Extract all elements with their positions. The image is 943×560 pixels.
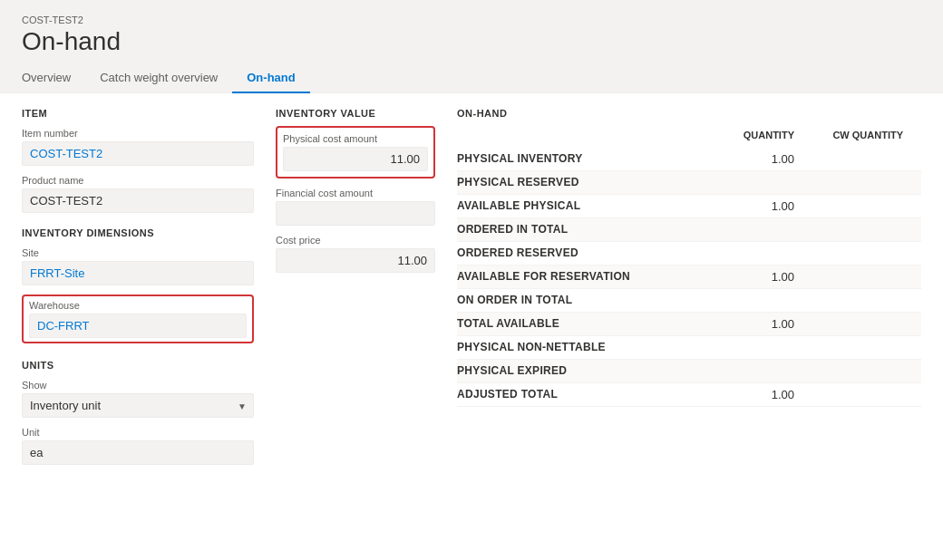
row-label: PHYSICAL EXPIRED (457, 364, 693, 378)
row-label: PHYSICAL NON-NETTABLE (457, 341, 693, 354)
row-quantity: 1.00 (693, 199, 802, 213)
table-row: PHYSICAL INVENTORY1.00 (457, 148, 921, 171)
cost-price-label: Cost price (276, 235, 435, 246)
show-label: Show (22, 380, 254, 391)
row-cw-quantity (802, 199, 910, 213)
row-quantity: 0.00 (693, 246, 802, 260)
row-label: ORDERED IN TOTAL (457, 223, 693, 237)
row-label: PHYSICAL RESERVED (457, 176, 693, 189)
inventory-value-label: INVENTORY VALUE (276, 108, 435, 119)
inventory-dimensions-label: INVENTORY DIMENSIONS (22, 227, 254, 238)
item-number-value[interactable]: COST-TEST2 (22, 141, 254, 166)
unit-value: ea (22, 440, 254, 465)
table-row: ORDERED RESERVED0.00 (457, 242, 921, 266)
row-cw-quantity (802, 341, 910, 354)
item-section-label: ITEM (22, 108, 254, 119)
site-value[interactable]: FRRT-Site (22, 261, 254, 285)
row-quantity: 0.00 (693, 223, 802, 237)
row-cw-quantity (802, 317, 910, 331)
col-header-label (457, 130, 693, 140)
table-row: AVAILABLE PHYSICAL1.00 (457, 195, 921, 218)
row-quantity: 0.00 (693, 364, 802, 378)
warehouse-container: Warehouse DC-FRRT (22, 294, 254, 343)
item-number-label: Item number (22, 128, 254, 139)
main-content: ITEM Item number COST-TEST2 Product name… (0, 93, 943, 560)
row-label: ADJUSTED TOTAL (457, 388, 693, 401)
row-quantity: 1.00 (693, 270, 802, 284)
row-cw-quantity (802, 152, 910, 166)
tab-overview[interactable]: Overview (22, 63, 85, 93)
financial-cost-value (276, 201, 435, 226)
row-label: AVAILABLE PHYSICAL (457, 199, 693, 213)
row-quantity: 1.00 (693, 317, 802, 331)
table-row: AVAILABLE FOR RESERVATION1.00 (457, 266, 921, 289)
row-quantity: 0.00 (693, 294, 802, 307)
cost-price-value: 11.00 (276, 248, 435, 273)
quantity-col-header: QUANTITY (693, 130, 802, 140)
page-title: On-hand (22, 27, 921, 56)
row-cw-quantity (802, 294, 910, 307)
physical-cost-highlighted: Physical cost amount 11.00 (276, 126, 435, 179)
table-row: PHYSICAL EXPIRED0.00 (457, 360, 921, 383)
row-cw-quantity (802, 176, 910, 189)
row-quantity: 0.00 (693, 176, 802, 189)
table-row: PHYSICAL NON-NETTABLE0.00 (457, 336, 921, 360)
tab-catch-weight[interactable]: Catch weight overview (85, 63, 232, 93)
row-quantity: 1.00 (693, 388, 802, 401)
middle-panel: INVENTORY VALUE Physical cost amount 11.… (276, 108, 457, 465)
table-row: ADJUSTED TOTAL1.00 (457, 383, 921, 407)
on-hand-section-label: ON-HAND (457, 108, 921, 119)
row-cw-quantity (802, 246, 910, 260)
breadcrumb: COST-TEST2 (22, 14, 921, 25)
on-hand-table: PHYSICAL INVENTORY1.00PHYSICAL RESERVED0… (457, 148, 921, 407)
cw-quantity-col-header: CW QUANTITY (802, 130, 910, 140)
show-select[interactable]: Inventory unit Catch weight unit (22, 393, 254, 418)
site-label: Site (22, 247, 254, 258)
warehouse-label: Warehouse (29, 300, 247, 311)
row-label: ON ORDER IN TOTAL (457, 294, 693, 307)
financial-cost-label: Financial cost amount (276, 188, 435, 198)
row-label: PHYSICAL INVENTORY (457, 152, 693, 166)
row-quantity: 0.00 (693, 341, 802, 354)
row-label: ORDERED RESERVED (457, 246, 693, 260)
product-name-value: COST-TEST2 (22, 188, 254, 213)
warehouse-highlighted-box: Warehouse DC-FRRT (22, 294, 254, 343)
physical-cost-value: 11.00 (283, 147, 428, 171)
show-select-wrapper: Inventory unit Catch weight unit ▼ (22, 393, 254, 418)
row-cw-quantity (802, 223, 910, 237)
unit-label: Unit (22, 427, 254, 438)
physical-cost-label: Physical cost amount (283, 133, 428, 144)
table-row: PHYSICAL RESERVED0.00 (457, 171, 921, 195)
right-panel: ON-HAND QUANTITY CW QUANTITY PHYSICAL IN… (457, 108, 921, 465)
warehouse-value[interactable]: DC-FRRT (29, 314, 247, 338)
row-cw-quantity (802, 364, 910, 378)
on-hand-header: QUANTITY CW QUANTITY (457, 126, 921, 144)
table-row: ORDERED IN TOTAL0.00 (457, 218, 921, 242)
row-cw-quantity (802, 270, 910, 284)
table-row: TOTAL AVAILABLE1.00 (457, 313, 921, 336)
row-cw-quantity (802, 388, 910, 401)
product-name-label: Product name (22, 175, 254, 186)
units-label: UNITS (22, 360, 254, 371)
row-label: TOTAL AVAILABLE (457, 317, 693, 331)
left-panel: ITEM Item number COST-TEST2 Product name… (22, 108, 276, 465)
row-quantity: 1.00 (693, 152, 802, 166)
table-row: ON ORDER IN TOTAL0.00 (457, 289, 921, 313)
row-label: AVAILABLE FOR RESERVATION (457, 270, 693, 284)
tabs-bar: Overview Catch weight overview On-hand (0, 63, 943, 93)
tab-on-hand[interactable]: On-hand (232, 63, 309, 93)
